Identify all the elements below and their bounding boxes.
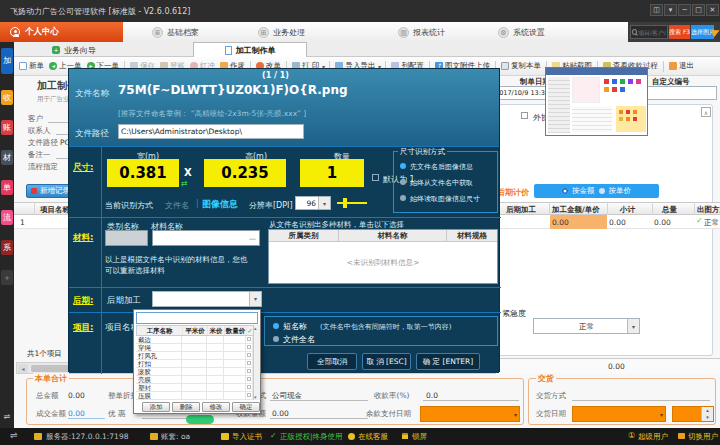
- image-preview[interactable]: [545, 67, 648, 136]
- sidebar-item-account[interactable]: 账: [1, 120, 13, 135]
- cancel-all-button[interactable]: 全部取消: [307, 353, 357, 370]
- mat-col-name[interactable]: 材料名称: [339, 230, 447, 241]
- nav-item-archives[interactable]: 基础档案: [152, 22, 199, 42]
- nav-item-settings[interactable]: 系统设置: [498, 22, 545, 42]
- popup-add-button[interactable]: 添加: [142, 402, 170, 412]
- sidebar-item-receive[interactable]: 收: [1, 90, 13, 105]
- update-icon[interactable]: ▾: [664, 4, 677, 16]
- maximize-button[interactable]: □: [692, 4, 705, 16]
- toggle-switch[interactable]: [186, 415, 214, 424]
- switch-user-link[interactable]: 切换用户: [688, 432, 718, 442]
- list-item[interactable]: 滚胶: [136, 368, 253, 376]
- popup-confirm-button[interactable]: 确定: [232, 402, 260, 412]
- mat-col-spec[interactable]: 材料规格: [447, 230, 497, 241]
- row-checkbox[interactable]: [247, 353, 251, 357]
- ok-button[interactable]: 确 定 [ENTER]: [416, 353, 480, 370]
- search-input[interactable]: [638, 29, 666, 36]
- collapse-panel-icon[interactable]: ∧: [701, 107, 711, 117]
- sidebar-item-system[interactable]: 系: [1, 240, 13, 255]
- row-checkbox[interactable]: [247, 393, 251, 397]
- radio-mode2[interactable]: [400, 179, 406, 185]
- radio-unitprice[interactable]: [599, 188, 605, 194]
- list-item[interactable]: 裁边: [136, 336, 253, 344]
- sidebar-collapse-icon[interactable]: ⇌: [1, 412, 13, 421]
- sidebar-item-flow[interactable]: 流: [1, 210, 13, 225]
- balance-date-picker[interactable]: ▾: [420, 406, 520, 422]
- list-item[interactable]: 压膜: [136, 392, 253, 400]
- swap-icon[interactable]: [181, 179, 188, 188]
- lock-screen-link[interactable]: 锁屏: [412, 432, 427, 442]
- radio-mode1[interactable]: [400, 163, 406, 169]
- nav-item-reports[interactable]: 报表统计: [398, 22, 445, 42]
- current-image-option[interactable]: 图像信息: [202, 198, 238, 211]
- minimize-button[interactable]: ─: [678, 4, 691, 16]
- sidebar-item-process[interactable]: 加: [1, 48, 13, 74]
- delivery-date-picker[interactable]: ▾: [572, 406, 666, 422]
- delivery-qty-stepper[interactable]: ▴▾: [672, 406, 714, 422]
- close-button[interactable]: ✕: [706, 4, 719, 16]
- row-checkbox[interactable]: [247, 345, 251, 349]
- list-item[interactable]: 打扣: [136, 360, 253, 368]
- import-certificate-link[interactable]: 导入证书: [232, 432, 262, 442]
- popup-col-sqm[interactable]: 平米价: [183, 326, 208, 335]
- custom-no-input[interactable]: [647, 86, 717, 100]
- popup-col-process[interactable]: 工序名称: [137, 326, 183, 335]
- list-item[interactable]: 打风孔: [136, 352, 253, 360]
- spinner-icons[interactable]: ▴▾: [701, 407, 713, 421]
- default-one-checkbox[interactable]: [372, 174, 379, 181]
- toolbar-new-button[interactable]: 新单: [18, 60, 45, 72]
- received-field[interactable]: [270, 418, 368, 419]
- popup-col-qty[interactable]: 数量价: [225, 326, 247, 335]
- scroll-up-icon[interactable]: ▴: [254, 325, 257, 331]
- radio-amount[interactable]: [562, 188, 568, 194]
- radio-short-name[interactable]: [273, 323, 279, 329]
- cancel-button[interactable]: 取 消 [ESC]: [362, 353, 411, 370]
- width-input[interactable]: 0.381: [107, 159, 179, 187]
- collapse-statusbar-icon[interactable]: ⇌: [10, 430, 18, 440]
- list-item[interactable]: 穿绳: [136, 344, 253, 352]
- row-checkbox[interactable]: [247, 337, 251, 341]
- list-item[interactable]: 塑封: [136, 384, 253, 392]
- customer-field[interactable]: [48, 122, 68, 123]
- current-filename-option[interactable]: 文件名: [165, 200, 189, 211]
- height-input[interactable]: 0.235: [204, 159, 286, 187]
- pick-image-button[interactable]: 选择图片: [691, 25, 714, 39]
- popup-delete-button[interactable]: 删除: [172, 402, 200, 412]
- nav-item-business[interactable]: 业务处理: [258, 22, 305, 42]
- dpi-select[interactable]: 96: [295, 196, 331, 210]
- row-checkbox[interactable]: [247, 361, 251, 365]
- material-input[interactable]: —: [152, 230, 260, 246]
- file-path-input[interactable]: [118, 124, 304, 139]
- nav-item-personal[interactable]: 个人中心: [0, 22, 123, 42]
- toolbar-exit-button[interactable]: 退出: [668, 60, 695, 72]
- qty-input[interactable]: 1: [300, 159, 364, 187]
- skin-icon[interactable]: ◫: [650, 4, 663, 16]
- pay-method-field[interactable]: [270, 400, 368, 401]
- dpi-slider-handle[interactable]: [343, 198, 347, 208]
- online-support-link[interactable]: 在线客服: [358, 432, 388, 442]
- popup-scrollbar[interactable]: ▴ ▾: [253, 325, 260, 400]
- popup-edit-button[interactable]: 修改: [202, 402, 230, 412]
- search-button[interactable]: 搜索 F3: [669, 25, 690, 39]
- clear-icon[interactable]: —: [249, 235, 256, 243]
- toolbar-copy-button[interactable]: 复制本单: [500, 60, 542, 72]
- row-checkbox[interactable]: [247, 369, 251, 373]
- sidebar-item-order[interactable]: 单: [1, 180, 13, 195]
- process-filter-input[interactable]: [136, 312, 258, 324]
- post-process-select[interactable]: [152, 291, 262, 307]
- popup-col-meter[interactable]: 米价: [208, 326, 225, 335]
- deal-amount-value[interactable]: 0.00: [68, 409, 105, 419]
- row-checkbox[interactable]: [247, 377, 251, 381]
- sidebar-add-button[interactable]: ＋: [1, 270, 13, 285]
- row-checkbox[interactable]: [247, 385, 251, 389]
- radio-full-name[interactable]: [273, 336, 279, 342]
- tab-wizard[interactable]: 业务向导: [52, 43, 96, 57]
- contact-field[interactable]: [56, 134, 68, 135]
- category-input[interactable]: [105, 230, 148, 246]
- urgency-select[interactable]: 正常: [533, 318, 640, 334]
- tab-work-order[interactable]: 加工制作单: [193, 42, 307, 57]
- rate-field[interactable]: [423, 400, 519, 401]
- scroll-down-icon[interactable]: ▾: [254, 394, 257, 400]
- dpi-slider-track[interactable]: [337, 202, 367, 204]
- radio-mode3[interactable]: [400, 195, 406, 201]
